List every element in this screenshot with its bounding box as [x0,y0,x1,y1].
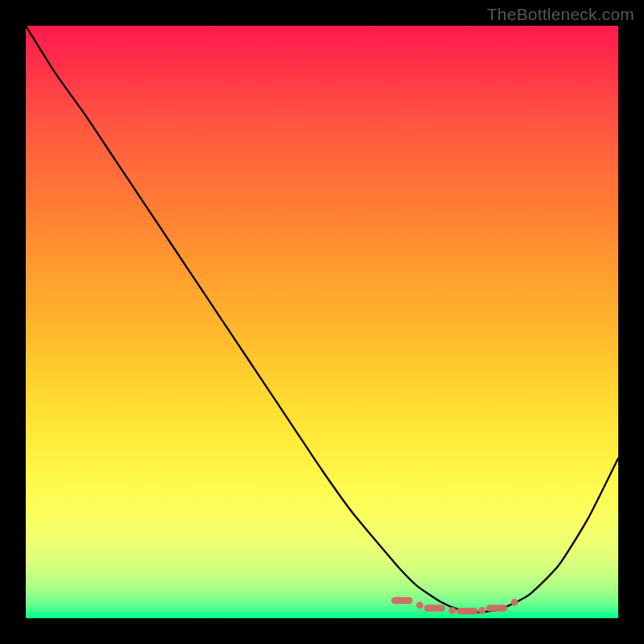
minimum-dot-marker [416,601,423,609]
plot-area [26,26,618,618]
minimum-dot-marker [448,607,456,614]
minimum-dot-marker [478,607,485,614]
bottleneck-curve [26,26,618,613]
minimum-dot-marker [511,599,518,606]
attribution-text: TheBottleneck.com [487,5,634,24]
chart-svg [26,26,618,618]
minimum-marker-group [394,599,518,614]
